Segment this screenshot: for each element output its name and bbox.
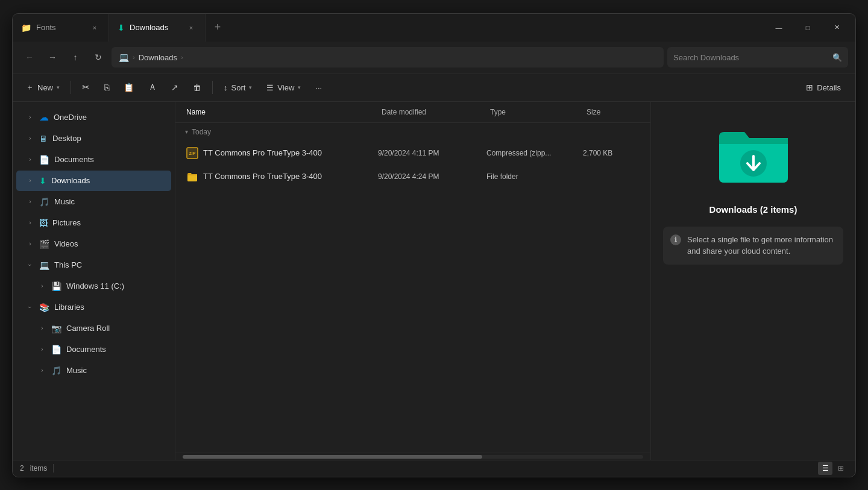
view-toggle: ☰ ⊞ bbox=[818, 462, 848, 475]
file-name-cell-1: ZIP TT Commons Pro TrueType 3-400 bbox=[186, 147, 374, 159]
libraries-icon: 📚 bbox=[39, 303, 49, 312]
desktop-icon: 🖥 bbox=[39, 134, 48, 143]
group-today: ▾ Today bbox=[175, 123, 650, 141]
sidebar-item-lib-music[interactable]: › 🎵 Music bbox=[16, 360, 171, 381]
search-box[interactable]: 🔍 bbox=[667, 47, 848, 68]
tiles-view-button[interactable]: ⊞ bbox=[834, 462, 848, 475]
file-area: Name Date modified Type Size ▾ Today bbox=[175, 102, 650, 460]
music-chevron: › bbox=[26, 198, 34, 206]
sidebar-item-pictures[interactable]: › 🖼 Pictures bbox=[16, 213, 171, 233]
windows-label: Windows 11 (C:) bbox=[66, 281, 124, 291]
view-button[interactable]: ☰ View ▾ bbox=[260, 78, 307, 97]
view-label: View bbox=[277, 83, 294, 92]
scrollbar-thumb[interactable] bbox=[183, 455, 482, 459]
rename-button[interactable]: Ａ bbox=[142, 78, 163, 97]
documents-icon: 📄 bbox=[39, 155, 49, 165]
videos-icon: 🎬 bbox=[39, 239, 49, 249]
lib-music-icon: 🎵 bbox=[51, 366, 61, 375]
table-row[interactable]: TT Commons Pro TrueType 3-400 9/20/2024 … bbox=[179, 165, 647, 188]
windows-chevron: › bbox=[38, 282, 46, 291]
col-type[interactable]: Type bbox=[486, 105, 583, 119]
statusbar: 2 items ☰ ⊞ bbox=[13, 460, 855, 477]
sidebar-item-onedrive[interactable]: › ☁ OneDrive bbox=[16, 107, 171, 128]
back-button[interactable]: ← bbox=[20, 48, 39, 67]
more-button[interactable]: ··· bbox=[309, 78, 328, 97]
libraries-label: Libraries bbox=[54, 303, 84, 312]
refresh-button[interactable]: ↻ bbox=[89, 48, 108, 67]
downloads-chevron: › bbox=[26, 177, 34, 185]
pictures-chevron: › bbox=[26, 219, 34, 227]
file-type-1: Compressed (zipp... bbox=[483, 149, 579, 157]
lib-music-chevron: › bbox=[38, 366, 46, 375]
view-chevron: ▾ bbox=[298, 84, 301, 90]
documents-chevron: › bbox=[26, 155, 34, 164]
share-button[interactable]: ↗ bbox=[165, 78, 184, 97]
maximize-button[interactable]: □ bbox=[794, 18, 822, 37]
sidebar-item-downloads[interactable]: › ⬇ Downloads bbox=[16, 171, 171, 191]
downloads-sidebar-icon: ⬇ bbox=[39, 176, 46, 186]
minimize-button[interactable]: — bbox=[765, 18, 793, 37]
downloads-tab-close[interactable]: × bbox=[186, 22, 197, 33]
tab-downloads[interactable]: ⬇ Downloads × bbox=[109, 14, 206, 42]
pictures-icon: 🖼 bbox=[39, 218, 48, 228]
pictures-label: Pictures bbox=[52, 218, 81, 227]
copy-button[interactable]: ⎘ bbox=[98, 78, 115, 97]
file-size-1: 2,700 KB bbox=[579, 149, 640, 157]
group-chevron[interactable]: ▾ bbox=[185, 128, 188, 135]
share-icon: ↗ bbox=[171, 83, 178, 92]
search-input[interactable] bbox=[673, 53, 828, 62]
sidebar-item-videos[interactable]: › 🎬 Videos bbox=[16, 234, 171, 254]
sidebar-item-music[interactable]: › 🎵 Music bbox=[16, 192, 171, 212]
folder-icon bbox=[186, 171, 198, 183]
up-button[interactable]: ↑ bbox=[66, 48, 85, 67]
sort-button[interactable]: ↕ Sort ▾ bbox=[218, 78, 258, 97]
main-window: 📁 Fonts × ⬇ Downloads × + — □ ✕ ← → ↑ ↻ … bbox=[12, 13, 856, 477]
sidebar-item-lib-documents[interactable]: › 📄 Documents bbox=[16, 339, 171, 360]
close-button[interactable]: ✕ bbox=[823, 18, 851, 37]
sidebar-item-thispc[interactable]: › 💻 This PC bbox=[16, 255, 171, 275]
breadcrumb-sep2: › bbox=[181, 54, 183, 61]
desktop-label: Desktop bbox=[52, 134, 81, 143]
col-size[interactable]: Size bbox=[583, 105, 643, 119]
group-label: Today bbox=[192, 128, 211, 136]
sidebar-item-cameraroll[interactable]: › 📷 Camera Roll bbox=[16, 318, 171, 339]
file-date-2: 9/20/2024 4:24 PM bbox=[374, 172, 483, 181]
desktop-chevron: › bbox=[26, 134, 34, 143]
sidebar-item-windows[interactable]: › 💾 Windows 11 (C:) bbox=[16, 276, 171, 297]
cut-button[interactable]: ✂ bbox=[76, 78, 96, 97]
column-headers: Name Date modified Type Size bbox=[175, 102, 650, 123]
forward-button[interactable]: → bbox=[43, 48, 62, 67]
lib-documents-chevron: › bbox=[38, 345, 46, 354]
breadcrumb-bar[interactable]: 💻 › Downloads › bbox=[112, 47, 664, 68]
sidebar-item-desktop[interactable]: › 🖥 Desktop bbox=[16, 128, 171, 149]
onedrive-chevron: › bbox=[26, 113, 34, 122]
new-tab-button[interactable]: + bbox=[206, 14, 230, 42]
breadcrumb-sep1: › bbox=[133, 54, 135, 61]
status-items-label: items bbox=[30, 464, 48, 473]
sidebar-item-libraries[interactable]: › 📚 Libraries bbox=[16, 297, 171, 318]
lib-documents-icon: 📄 bbox=[51, 345, 61, 354]
copy-icon: ⎘ bbox=[104, 83, 109, 92]
window-controls: — □ ✕ bbox=[765, 14, 855, 42]
tab-fonts[interactable]: 📁 Fonts × bbox=[13, 14, 109, 42]
new-button[interactable]: ＋ New ▾ bbox=[20, 78, 66, 97]
info-icon: ℹ bbox=[670, 234, 681, 245]
more-icon: ··· bbox=[315, 83, 322, 92]
paste-button[interactable]: 📋 bbox=[118, 78, 140, 97]
sidebar-item-documents[interactable]: › 📄 Documents bbox=[16, 149, 171, 170]
downloads-folder-icon-large bbox=[714, 120, 793, 186]
details-button[interactable]: ⊞ Details bbox=[799, 78, 848, 97]
horizontal-scrollbar[interactable] bbox=[175, 453, 650, 460]
sort-chevron: ▾ bbox=[249, 84, 252, 90]
lib-music-label: Music bbox=[66, 366, 87, 375]
documents-label: Documents bbox=[54, 155, 94, 164]
table-row[interactable]: ZIP TT Commons Pro TrueType 3-400 9/20/2… bbox=[179, 142, 647, 165]
list-view-button[interactable]: ☰ bbox=[818, 462, 832, 475]
fonts-tab-close[interactable]: × bbox=[89, 22, 100, 33]
delete-button[interactable]: 🗑 bbox=[187, 78, 207, 97]
col-name[interactable]: Name bbox=[183, 105, 378, 119]
fonts-tab-label: Fonts bbox=[36, 23, 56, 32]
col-date[interactable]: Date modified bbox=[378, 105, 486, 119]
rename-icon: Ａ bbox=[148, 82, 157, 93]
file-type-2: File folder bbox=[483, 172, 579, 181]
